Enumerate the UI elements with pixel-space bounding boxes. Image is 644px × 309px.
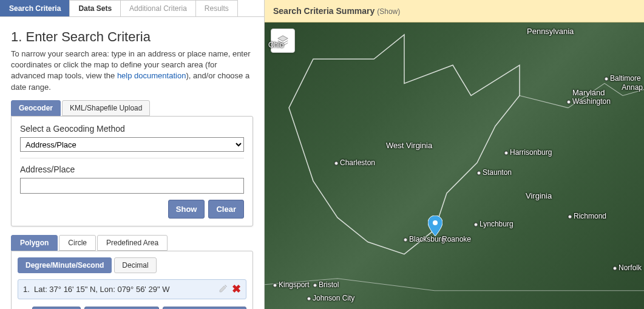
summary-bar: Search Criteria Summary (Show) bbox=[265, 0, 644, 22]
polygon-panel: Degree/Minute/Second Decimal 1. Lat: 37°… bbox=[11, 251, 253, 309]
clear-coordinates-button[interactable]: Clear Coordinates bbox=[163, 307, 246, 309]
geocode-method-select[interactable]: Address/Place bbox=[20, 137, 244, 152]
map-label-staunton: Staunton bbox=[477, 168, 512, 177]
intro-text: To narrow your search area: type in an a… bbox=[11, 49, 253, 93]
map-label-norfolk: Norfolk bbox=[613, 263, 642, 272]
show-button[interactable]: Show bbox=[168, 200, 205, 219]
coord-text: Lat: 37° 16' 15" N, Lon: 079° 56' 29" W bbox=[34, 285, 169, 294]
help-link[interactable]: help documentation bbox=[117, 71, 186, 80]
main-tabs: Search Criteria Data Sets Additional Cri… bbox=[0, 0, 264, 17]
map-label-richmond: Richmond bbox=[568, 212, 606, 220]
summary-show-link[interactable]: (Show) bbox=[377, 7, 400, 16]
clear-button[interactable]: Clear bbox=[208, 200, 244, 219]
tab-geocoder[interactable]: Geocoder bbox=[11, 100, 61, 116]
map[interactable]: Pennsylvania Ohio Baltimore Maryland Ann… bbox=[265, 22, 644, 309]
page-title: 1. Enter Search Criteria bbox=[11, 29, 253, 45]
add-coordinate-button[interactable]: Add Coordinate bbox=[84, 307, 160, 309]
map-marker[interactable] bbox=[428, 216, 442, 236]
tab-additional-criteria[interactable]: Additional Criteria bbox=[120, 0, 196, 16]
map-label-blacksburg: Blacksburg bbox=[404, 235, 445, 243]
tab-kml-upload[interactable]: KML/Shapefile Upload bbox=[62, 100, 150, 116]
geocoder-panel: Select a Geocoding Method Address/Place … bbox=[11, 116, 253, 226]
map-label-kingsport: Kingsport bbox=[273, 280, 310, 289]
summary-title: Search Criteria Summary bbox=[273, 6, 375, 16]
map-label-annap: Annap bbox=[622, 83, 643, 92]
tab-decimal[interactable]: Decimal bbox=[114, 257, 156, 273]
map-label-virginia: Virginia bbox=[526, 191, 552, 200]
map-label-charleston: Charleston bbox=[334, 158, 375, 167]
tab-dms[interactable]: Degree/Minute/Second bbox=[18, 257, 112, 273]
map-label-west-virginia: West Virginia bbox=[386, 141, 432, 150]
map-label-harrisonburg: Harrisonburg bbox=[504, 148, 552, 157]
svg-point-0 bbox=[433, 220, 438, 225]
map-label-pennsylvania: Pennsylvania bbox=[527, 27, 574, 36]
coord-num: 1. bbox=[23, 285, 30, 294]
delete-icon[interactable]: ✖ bbox=[232, 284, 241, 294]
tab-results[interactable]: Results bbox=[195, 0, 238, 16]
map-label-johnson-city: Johnson City bbox=[307, 294, 354, 302]
tab-data-sets[interactable]: Data Sets bbox=[69, 0, 121, 16]
map-label-baltimore: Baltimore bbox=[605, 74, 641, 83]
tab-search-criteria[interactable]: Search Criteria bbox=[0, 0, 70, 16]
geocode-method-label: Select a Geocoding Method bbox=[20, 124, 244, 134]
map-label-bristol: Bristol bbox=[313, 280, 339, 289]
use-map-button[interactable]: Use Map bbox=[32, 307, 80, 309]
edit-icon[interactable] bbox=[219, 284, 228, 295]
map-label-washington: Washington bbox=[567, 97, 611, 106]
map-label-roanoke: Roanoke bbox=[442, 235, 471, 243]
tab-polygon[interactable]: Polygon bbox=[11, 235, 58, 251]
tab-predefined[interactable]: Predefined Area bbox=[97, 235, 168, 251]
address-label: Address/Place bbox=[20, 165, 244, 174]
address-input[interactable] bbox=[20, 178, 244, 194]
map-label-lynchburg: Lynchburg bbox=[474, 220, 514, 228]
coordinate-row: 1. Lat: 37° 16' 15" N, Lon: 079° 56' 29"… bbox=[18, 279, 246, 299]
map-label-maryland: Maryland bbox=[572, 88, 605, 97]
tab-circle[interactable]: Circle bbox=[59, 235, 96, 251]
map-label-ohio: Ohio bbox=[268, 41, 283, 49]
